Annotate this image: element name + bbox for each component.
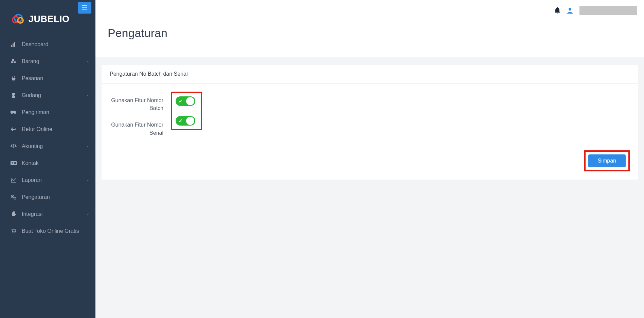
sidebar-item-label: Pesanan [22,75,43,81]
cogs-icon [10,194,17,200]
bell-icon [554,7,560,14]
building-icon [10,93,17,98]
hamburger-icon [82,5,87,10]
page-title: Pengaturan [108,26,632,40]
user-name-area[interactable] [579,6,637,15]
balance-scale-icon [10,144,17,149]
basket-icon [10,76,17,81]
svg-rect-16 [14,95,15,96]
chevron-left-icon: ‹ [87,144,89,149]
svg-point-28 [13,232,14,233]
check-icon: ✓ [179,118,183,124]
sidebar-item-label: Pengiriman [22,109,49,115]
sidebar-item-pesanan[interactable]: Pesanan [0,70,95,87]
sidebar-item-label: Pengaturan [22,194,50,200]
panel-body: Gunakan Fitur Nomor Batch Gunakan Fitur … [102,83,638,146]
sidebar-item-label: Akunting [22,143,43,149]
save-highlight-box: Simpan [584,150,630,171]
chevron-left-icon: ‹ [87,93,89,98]
sidebar-item-label: Gudang [22,92,41,98]
svg-rect-17 [11,111,14,113]
main-content: Pengaturan Pengaturan No Batch dan Seria… [95,0,644,318]
sidebar-item-gudang[interactable]: Gudang ‹ [0,87,95,104]
sidebar-item-buat-toko[interactable]: Buat Toko Online Gratis [0,223,95,240]
sidebar-item-label: Dashboard [22,41,48,48]
panel-footer: Simpan [102,146,638,180]
svg-rect-2 [82,10,87,10]
setting-label-batch: Gunakan Fitur Nomor Batch [110,92,171,112]
chevron-left-icon: ‹ [87,212,89,217]
sidebar-item-pengaturan[interactable]: Pengaturan [0,189,95,206]
sidebar-item-label: Barang [22,58,39,64]
svg-rect-6 [11,45,12,47]
save-button[interactable]: Simpan [588,154,626,167]
svg-rect-14 [14,94,15,94]
brand-name: JUBELIO [29,14,70,24]
brand-logo-mark-icon [11,13,26,25]
chart-line-icon [10,178,17,183]
sidebar-item-label: Retur Online [22,126,52,132]
settings-panel: Pengaturan No Batch dan Serial Gunakan F… [102,65,638,180]
sidebar-item-retur-online[interactable]: Retur Online [0,121,95,138]
sidebar: JUBELIO Dashboard Barang ‹ Pesan [0,0,95,318]
toggle-knob [186,97,194,105]
truck-icon [10,110,17,114]
svg-point-19 [14,113,16,114]
return-icon [10,127,17,132]
notification-bell-button[interactable] [554,7,560,14]
sidebar-item-label: Kontak [22,160,39,166]
svg-rect-8 [14,42,15,47]
toggle-serial[interactable]: ✓ [176,116,195,126]
svg-rect-0 [82,5,87,6]
check-icon: ✓ [179,98,183,104]
sidebar-item-label: Integrasi [22,211,42,217]
hamburger-toggle-button[interactable] [78,2,91,14]
svg-rect-15 [13,95,13,96]
puzzle-icon [10,211,17,217]
sidebar-item-pengiriman[interactable]: Pengiriman [0,104,95,121]
svg-point-18 [11,113,13,114]
svg-point-27 [15,198,15,199]
svg-point-29 [15,232,16,233]
sidebar-item-label: Buat Toko Online Gratis [22,228,79,234]
dashboard-icon [10,42,17,47]
svg-rect-11 [14,61,16,63]
cart-icon [10,229,17,233]
chevron-left-icon: ‹ [87,59,89,64]
svg-point-21 [12,162,13,164]
svg-rect-12 [12,93,15,98]
sidebar-item-dashboard[interactable]: Dashboard [0,36,95,53]
toggle-highlight-box: ✓ ✓ [171,92,202,130]
svg-rect-22 [14,162,16,163]
sidebar-item-integrasi[interactable]: Integrasi ‹ [0,206,95,223]
sidebar-item-label: Laporan [22,177,42,183]
toggle-knob [186,117,194,125]
svg-rect-23 [14,163,16,164]
boxes-icon [10,59,17,64]
svg-rect-1 [82,7,87,8]
sidebar-item-akunting[interactable]: Akunting ‹ [0,138,95,155]
user-icon [567,7,573,14]
sidebar-item-laporan[interactable]: Laporan ‹ [0,172,95,189]
sidebar-nav: Dashboard Barang ‹ Pesanan Gudang [0,34,95,318]
svg-rect-13 [13,94,13,94]
topbar [95,0,644,21]
panel-title: Pengaturan No Batch dan Serial [102,65,638,83]
content-area: Pengaturan No Batch dan Serial Gunakan F… [95,57,644,180]
svg-rect-10 [11,61,13,63]
toggle-batch[interactable]: ✓ [176,96,195,106]
chevron-left-icon: ‹ [87,178,89,183]
svg-point-25 [12,196,13,197]
svg-point-30 [569,8,571,11]
sidebar-item-kontak[interactable]: Kontak [0,155,95,172]
setting-label-serial: Gunakan Fitur Nomor Serial [110,119,171,136]
contact-card-icon [10,161,17,165]
svg-rect-7 [13,43,14,47]
page-header: Pengaturan [95,21,644,57]
user-menu-button[interactable] [567,7,573,14]
sidebar-item-barang[interactable]: Barang ‹ [0,53,95,70]
svg-rect-9 [12,59,14,61]
